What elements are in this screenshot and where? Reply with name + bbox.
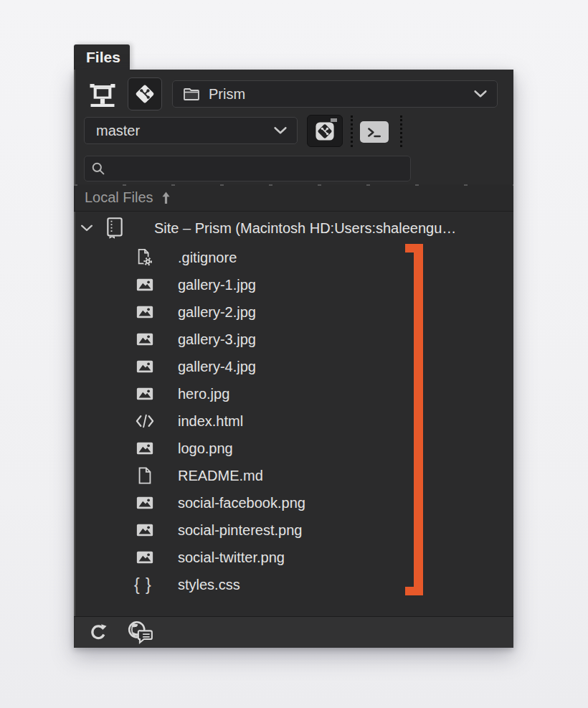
site-root-row[interactable]: Site – Prism (Macintosh HD:Users:shaleen… (74, 212, 513, 244)
branch-selector-dropdown[interactable]: master (84, 117, 298, 144)
file-row[interactable]: gallery-1.jpg (74, 271, 513, 298)
file-name: social-facebook.png (178, 495, 305, 511)
up-arrow-icon (161, 192, 171, 204)
git-icon (134, 83, 156, 105)
git-view-toggle-button[interactable] (128, 77, 162, 110)
file-name: social-pinterest.png (178, 522, 302, 539)
site-icon (104, 217, 125, 239)
search-icon (91, 161, 105, 176)
local-files-label: Local Files (85, 189, 153, 206)
chevron-down-icon (474, 90, 487, 98)
file-list: .gitignore gallery-1.jpg gallery-2.jpg g… (74, 244, 513, 598)
open-terminal-button[interactable] (360, 121, 389, 143)
file-row[interactable]: social-twitter.png (74, 544, 513, 571)
file-row[interactable]: README.md (74, 462, 513, 489)
image-icon (134, 357, 156, 377)
screenshot-stage: Files Prism master (0, 0, 588, 708)
local-files-header[interactable]: Local Files (74, 184, 513, 212)
file-row[interactable]: { } styles.css (74, 571, 513, 598)
file-row[interactable]: gallery-4.jpg (74, 353, 513, 380)
file-row[interactable]: hero.jpg (74, 380, 513, 407)
image-icon (134, 329, 156, 349)
panel-status-bar (74, 616, 513, 648)
image-icon (134, 493, 156, 513)
image-icon (134, 520, 156, 540)
git-badge-icon (313, 120, 336, 143)
file-icon (134, 466, 156, 486)
file-name: social-twitter.png (178, 549, 285, 566)
refresh-icon[interactable] (88, 623, 108, 643)
site-selector-value: Prism (209, 86, 474, 103)
tab-files-label: Files (86, 49, 120, 66)
file-row[interactable]: social-facebook.png (74, 489, 513, 516)
file-name: hero.jpg (178, 386, 229, 402)
file-name: index.html (178, 413, 243, 430)
file-row[interactable]: index.html (74, 407, 513, 435)
file-row[interactable]: social-pinterest.png (74, 516, 513, 544)
file-row[interactable]: logo.png (74, 435, 513, 462)
server-icon (88, 83, 117, 107)
file-row[interactable]: gallery-3.jpg (74, 326, 513, 353)
connect-server-button[interactable] (84, 79, 121, 110)
file-name: README.md (178, 468, 263, 484)
file-name: styles.css (178, 577, 240, 593)
tab-files[interactable]: Files (74, 44, 130, 70)
files-panel: Prism master Local Files (74, 70, 513, 648)
file-search-box[interactable] (84, 156, 411, 181)
globe-chat-icon[interactable] (127, 620, 154, 644)
branch-selector-value: master (96, 123, 274, 139)
search-input[interactable] (111, 161, 404, 176)
file-gear-icon (134, 247, 156, 268)
chevron-down-icon[interactable] (81, 225, 93, 232)
braces-icon: { } (134, 575, 156, 595)
site-root-label: Site – Prism (Macintosh HD:Users:shaleen… (154, 220, 456, 237)
git-badge-notch (331, 118, 337, 122)
site-selector-dropdown[interactable]: Prism (172, 80, 498, 108)
toolbar-divider (400, 115, 402, 147)
file-name: gallery-3.jpg (178, 331, 256, 348)
git-panel-button-active[interactable] (307, 115, 343, 147)
file-row[interactable]: gallery-2.jpg (74, 298, 513, 326)
file-row[interactable]: .gitignore (74, 244, 513, 271)
file-name: gallery-1.jpg (178, 277, 256, 293)
terminal-icon (366, 126, 383, 138)
toolbar-divider (351, 115, 353, 147)
file-name: gallery-2.jpg (178, 304, 256, 321)
chevron-down-icon (274, 127, 287, 134)
folder-icon (183, 87, 200, 101)
image-icon (134, 302, 156, 322)
image-icon (134, 547, 156, 567)
code-icon (134, 411, 156, 431)
file-name: .gitignore (178, 250, 237, 266)
file-name: gallery-4.jpg (178, 359, 256, 375)
image-icon (134, 384, 156, 404)
image-icon (134, 438, 156, 458)
file-name: logo.png (178, 440, 233, 457)
image-icon (134, 275, 156, 295)
file-tree: Site – Prism (Macintosh HD:Users:shaleen… (74, 212, 513, 614)
